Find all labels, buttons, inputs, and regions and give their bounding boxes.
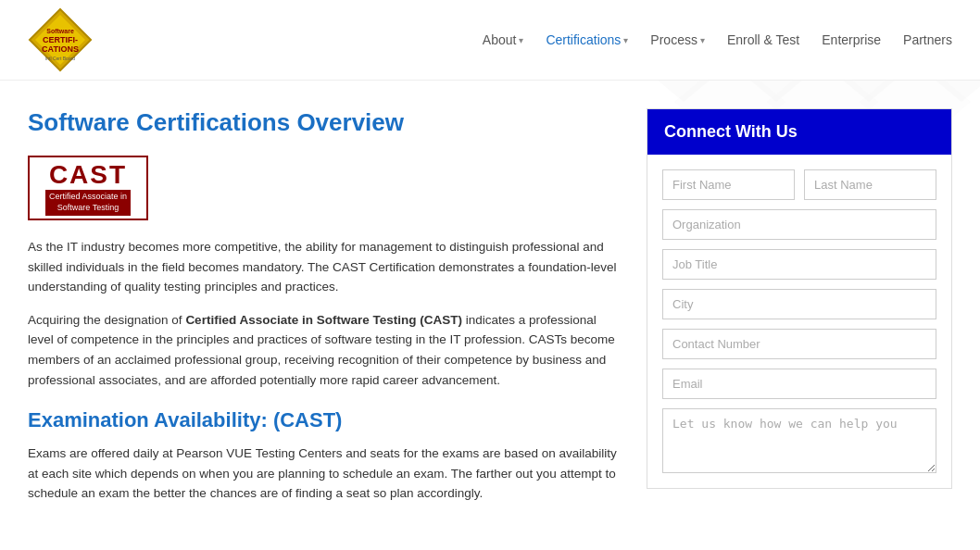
city-input[interactable]: [662, 289, 936, 319]
right-sidebar: Connect With Us: [647, 108, 952, 517]
header: Software CERTIFI- CATIONS Intl Cert Boar…: [0, 0, 980, 81]
job-title-input[interactable]: [662, 249, 936, 280]
left-content: Software Certifications Overview CAST Ce…: [28, 108, 619, 517]
main-container: Software Certifications Overview CAST Ce…: [0, 81, 980, 535]
chevron-down-icon: ▾: [623, 35, 628, 45]
page-title: Software Certifications Overview: [28, 108, 619, 137]
paragraph-3: Exams are offered daily at Pearson VUE T…: [28, 444, 619, 504]
nav-about[interactable]: About ▾: [483, 32, 524, 47]
email-input[interactable]: [662, 369, 936, 399]
svg-text:Intl Cert Board: Intl Cert Board: [45, 56, 75, 61]
paragraph-1: As the IT industry becomes more competit…: [28, 237, 619, 297]
paragraph-2: Acquiring the designation of Certified A…: [28, 310, 619, 390]
message-textarea[interactable]: [662, 408, 936, 473]
logo-icon: Software CERTIFI- CATIONS Intl Cert Boar…: [28, 7, 93, 72]
svg-text:CERTIFI-: CERTIFI-: [43, 35, 78, 44]
last-name-input[interactable]: [804, 169, 936, 200]
nav-certifications[interactable]: Certifications ▾: [546, 32, 628, 47]
cast-logo-title: CAST: [49, 160, 127, 190]
cast-logo-subtitle: Certified Associate inSoftware Testing: [45, 190, 131, 215]
organization-input[interactable]: [662, 209, 936, 240]
contact-number-input[interactable]: [662, 329, 936, 359]
nav-partners[interactable]: Partners: [903, 32, 952, 47]
connect-form: [647, 155, 951, 488]
connect-header: Connect With Us: [647, 109, 951, 155]
cast-bold-text: Certified Associate in Software Testing …: [185, 313, 462, 327]
nav-process[interactable]: Process ▾: [650, 32, 705, 47]
svg-text:Software: Software: [46, 28, 74, 34]
first-name-input[interactable]: [662, 169, 795, 200]
chevron-down-icon: ▾: [519, 35, 523, 45]
nav-enterprise[interactable]: Enterprise: [822, 32, 881, 47]
connect-panel: Connect With Us: [647, 108, 952, 489]
chevron-down-icon: ▾: [700, 35, 705, 45]
section-title: Examination Availability: (CAST): [28, 408, 619, 432]
name-row: [662, 169, 936, 200]
nav-enroll-test[interactable]: Enroll & Test: [727, 32, 799, 47]
cast-logo: CAST Certified Associate inSoftware Test…: [28, 156, 148, 220]
logo-area[interactable]: Software CERTIFI- CATIONS Intl Cert Boar…: [28, 7, 93, 72]
svg-text:CATIONS: CATIONS: [42, 44, 79, 54]
main-nav: About ▾ Certifications ▾ Process ▾ Enrol…: [483, 32, 952, 47]
